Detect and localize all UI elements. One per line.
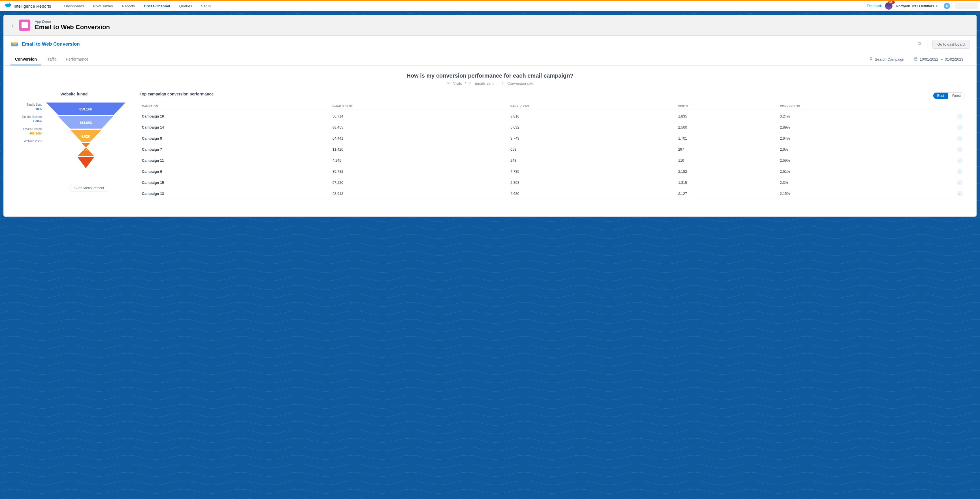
- nav-setup[interactable]: Setup: [197, 1, 215, 11]
- row-expand-button[interactable]: ›: [957, 125, 963, 130]
- best-worst-toggle: Best Worst: [933, 92, 965, 99]
- page-type-icon: [19, 19, 30, 31]
- insight-question: How is my conversion performance for eac…: [15, 73, 965, 79]
- table-row: Campaign 711,4206532972.6%›: [140, 144, 965, 155]
- date-to: 01/02/2023: [945, 57, 963, 62]
- tab-traffic[interactable]: Traffic: [41, 53, 61, 65]
- toggle-best[interactable]: Best: [933, 92, 948, 99]
- svg-rect-3: [914, 57, 917, 60]
- global-search-input[interactable]: [955, 3, 978, 9]
- row-expand-button[interactable]: ›: [957, 136, 963, 141]
- search-icon: [869, 57, 873, 62]
- row-expand-button[interactable]: ›: [957, 114, 963, 119]
- formula-visits: Visits: [453, 81, 462, 86]
- table-row: Campaign 685,7824,7352,1522.51%›: [140, 166, 965, 177]
- table-row: Campaign 864,4413,7431,7012.64%›: [140, 133, 965, 144]
- search-campaign[interactable]: Search Campaign: [869, 57, 904, 62]
- table-row: Campaign 1488,4555,6322,5602.89%›: [140, 122, 965, 133]
- back-chevron-icon[interactable]: ‹: [11, 21, 14, 29]
- main-nav: DashboardsPivot TablesReportsCross-Chann…: [60, 1, 215, 11]
- refresh-icon: ↻: [501, 81, 504, 86]
- col-visits: VISITS: [676, 102, 778, 111]
- divider: [909, 57, 909, 62]
- feedback-link[interactable]: Feedback: [867, 4, 882, 8]
- org-name: Northern Trail Outfitters: [896, 4, 934, 8]
- org-switcher[interactable]: Northern Trail Outfitters ▼: [896, 4, 938, 8]
- row-expand-button[interactable]: ›: [957, 169, 963, 175]
- report-subheader: Email to Web Conversion Go to dashboard: [4, 36, 976, 53]
- table-row: Campaign 1557,2202,8931,3152.3%›: [140, 177, 965, 188]
- tab-conversion[interactable]: Conversion: [11, 53, 41, 65]
- app-title: Intelligence Reports: [14, 4, 51, 8]
- nav-cross-channel[interactable]: Cross-Channel: [139, 1, 175, 11]
- table-row: Campaign 114,2452431102.59%›: [140, 155, 965, 166]
- funnel-pct: 466.84%: [15, 130, 43, 135]
- row-expand-button[interactable]: ›: [957, 180, 963, 186]
- date-range-picker[interactable]: 10/01/2022 – 01/02/2023 ⌄: [914, 57, 969, 62]
- chevron-down-icon: ⌄: [967, 58, 969, 61]
- settings-gear-icon[interactable]: [915, 40, 923, 49]
- campaign-table: CAMPAIGNEMAILS SENTPAGE VIEWSVISITSCONVE…: [140, 102, 965, 199]
- report-title[interactable]: Email to Web Conversion: [22, 41, 80, 47]
- col-emails-sent: EMAILS SENT: [330, 102, 508, 111]
- col-conversion: CONVERSION: [778, 102, 955, 111]
- toggle-worst[interactable]: Worst: [948, 92, 965, 99]
- date-from: 10/01/2022: [920, 57, 939, 62]
- svg-text:859.16K: 859.16K: [79, 107, 92, 111]
- funnel-stage-label: Website Visits: [15, 140, 43, 143]
- nav-queries[interactable]: Queries: [175, 1, 197, 11]
- eye-icon: 👁: [447, 81, 450, 86]
- row-expand-button[interactable]: ›: [957, 191, 963, 197]
- salesforce-cloud-icon: [3, 3, 11, 9]
- formula-rate: Conversion rate: [507, 81, 533, 86]
- funnel-stage-label: Emails Sent: [15, 103, 43, 106]
- formula: 👁 Visits / ✉ Emails sent = ↻ Conversion …: [15, 81, 965, 86]
- funnel-title: Website funnel: [15, 92, 134, 96]
- col-page-views: PAGE VIEWS: [508, 102, 676, 111]
- funnel-pct: 2.60%: [15, 118, 43, 123]
- plus-icon: +: [73, 186, 75, 190]
- funnel-chart: Emails Sent18%↓Emails Opened2.60%↓Emails…: [15, 100, 134, 186]
- row-expand-button[interactable]: ›: [957, 158, 963, 164]
- funnel-stage-label: Emails Clicked: [15, 127, 43, 130]
- svg-text:18.77K: 18.77K: [80, 148, 91, 152]
- tab-performance[interactable]: Performance: [61, 53, 93, 65]
- row-expand-button[interactable]: ›: [957, 147, 963, 153]
- add-measurement-button[interactable]: + Add Measurement: [70, 184, 107, 191]
- goto-dashboard-button[interactable]: Go to dashboard: [932, 40, 969, 49]
- divider: [928, 41, 928, 48]
- funnel-stage-label: Emails Opened: [15, 115, 43, 118]
- table-row: Campaign 1056,7143,8161,8353.24%›: [140, 111, 965, 122]
- nav-pivot-tables[interactable]: Pivot Tables: [89, 1, 118, 11]
- search-campaign-label: Search Campaign: [875, 57, 904, 62]
- col-campaign: CAMPAIGN: [140, 102, 330, 111]
- nav-reports[interactable]: Reports: [118, 1, 140, 11]
- page-title: Email to Web Conversion: [35, 24, 110, 31]
- email-report-icon: [11, 41, 19, 48]
- astro-notification-icon[interactable]: 99+: [885, 2, 892, 10]
- page-header: ‹ App Demo Email to Web Conversion: [3, 15, 977, 36]
- svg-line-2: [872, 59, 872, 60]
- table-row: Campaign 1398,9124,6802,1272.15%›: [140, 188, 965, 199]
- top-nav: Intelligence Reports DashboardsPivot Tab…: [0, 0, 980, 11]
- tab-row: ConversionTrafficPerformance Search Camp…: [4, 53, 976, 66]
- mail-icon: ✉: [468, 81, 472, 86]
- notification-badge: 99+: [888, 0, 895, 4]
- calendar-icon: [914, 57, 918, 62]
- svg-rect-0: [14, 41, 16, 43]
- svg-point-1: [870, 57, 872, 59]
- svg-text:4.02K: 4.02K: [81, 135, 90, 138]
- breadcrumb: App Demo: [35, 19, 110, 24]
- caret-down-icon: ▼: [935, 5, 938, 8]
- user-avatar[interactable]: [944, 3, 950, 9]
- funnel-pct: 18%: [15, 106, 43, 111]
- nav-dashboards[interactable]: Dashboards: [60, 1, 89, 11]
- svg-text:154.65K: 154.65K: [79, 121, 92, 125]
- table-title: Top campaign conversion performance: [140, 92, 213, 96]
- formula-emails: Emails sent: [474, 81, 493, 86]
